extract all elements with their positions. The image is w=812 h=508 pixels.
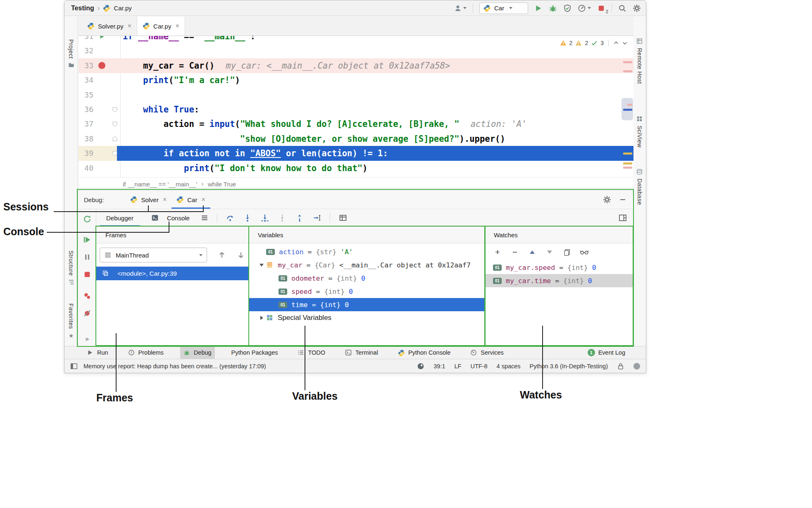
minimize-icon[interactable] [619,196,626,203]
move-up-icon[interactable] [528,250,537,254]
code-line-35[interactable]: 35 [79,88,633,103]
interpreter[interactable]: Python 3.6 (In-Depth-Testing) [530,363,608,370]
editor-tab-car-py[interactable]: Car.py× [137,17,185,36]
code-editor[interactable]: 31if __name__ == '__main__':3233my_car =… [79,36,633,177]
code-line-40[interactable]: 40print("I don't know how to do that") [79,161,633,176]
pause-icon[interactable] [83,253,91,261]
view-breakpoints-icon[interactable] [83,292,91,300]
breakpoint-icon[interactable] [97,58,107,73]
settings-gear-icon[interactable] [633,4,641,12]
notifications-icon[interactable] [633,363,640,370]
toolwindow-button-problems[interactable]: Problems [125,346,167,359]
watch-row-my-car-time[interactable]: 01my_car.time = {int} 0 [485,274,633,287]
variable-row-special-variables[interactable]: Special Variables [249,311,484,324]
chevron-down-icon[interactable] [622,40,628,46]
breadcrumb-file[interactable]: Car.py [114,5,131,12]
tool-button-remote-host[interactable]: Remote Host [633,38,646,84]
user-icon[interactable] [454,5,467,12]
tool-button-favorites[interactable]: Favorites ★ [64,303,78,339]
watch-row-my-car-speed[interactable]: 01my_car.speed = {int} 0 [485,261,633,274]
debug-button[interactable] [549,4,557,12]
code-line-38[interactable]: 38"show [O]dometer, or show average [S]p… [79,131,633,146]
toolwindow-button-todo[interactable]: TODO [294,346,329,359]
code-line-33[interactable]: 33my_car = Car()my_car: <__main__.Car ob… [79,58,633,73]
thread-selector[interactable]: MainThread [100,248,207,262]
profiler-button[interactable] [578,4,591,12]
stop-button[interactable]: 2 [597,4,605,12]
collapse-icon[interactable] [257,264,266,267]
more-actions-icon[interactable]: » [83,335,91,343]
close-tab-icon[interactable]: × [128,22,131,30]
next-frame-icon[interactable] [237,251,245,259]
variable-row-my-car[interactable]: my_car = {Car} <__main__.Car object at 0… [249,258,484,272]
fold-marker-icon[interactable] [112,102,117,117]
run-arrow-icon[interactable] [97,36,107,44]
expand-icon[interactable] [257,316,266,320]
code-line-34[interactable]: 34print("I'm a car!") [79,73,633,88]
breadcrumb-item[interactable]: while True [208,181,236,188]
show-watches-icon[interactable] [580,249,589,255]
code-line-36[interactable]: 36while True: [79,102,633,117]
line-separator[interactable]: LF [455,363,462,370]
toolwindow-button-python-packages[interactable]: Python Packages [228,346,281,359]
inspections-widget[interactable]: 2 2 3 [560,40,628,46]
toolwindow-button-services[interactable]: Services [467,346,507,359]
close-icon[interactable]: × [163,196,167,203]
force-step-into-icon[interactable] [278,214,286,222]
tool-button-sciview[interactable]: SciView [633,116,646,148]
close-icon[interactable]: × [201,196,205,203]
lock-icon[interactable] [617,363,624,370]
variable-row-odometer[interactable]: 01odometer = {int} 0 [249,272,484,285]
variable-row-action[interactable]: 01action = {str} 'A' [249,245,484,258]
session-tab-car[interactable]: Car × [171,191,210,209]
debug-settings-gear-icon[interactable] [603,196,611,204]
variable-row-time[interactable]: 01time = {int} 0 [249,298,484,311]
indent-style[interactable]: 4 spaces [497,363,521,370]
tool-button-structure[interactable]: Structure [64,250,78,286]
duplicate-watch-icon[interactable] [562,249,571,256]
rerun-icon[interactable] [83,215,91,223]
file-encoding[interactable]: UTF-8 [470,363,487,370]
toolwindow-button-terminal[interactable]: Terminal [342,346,381,359]
code-line-31[interactable]: 31if __name__ == '__main__': [79,36,633,44]
step-into-my-code-icon[interactable] [261,214,269,222]
breadcrumb-item[interactable]: if __name__ == '__main__' [123,181,197,188]
status-message[interactable]: Memory use report: Heap dump has been cr… [83,363,266,370]
toolwindow-button-debug[interactable]: Debug [180,346,215,359]
hamburger-menu-icon[interactable] [201,214,208,222]
toolwindow-button-event-log[interactable]: 1Event Log [584,346,629,359]
code-line-37[interactable]: 37action = input("What should I do? [A]c… [79,117,633,131]
step-out-icon[interactable] [295,214,304,222]
run-button[interactable] [534,4,543,12]
toolwindow-toggle-icon[interactable] [70,363,78,370]
fold-marker-icon[interactable] [112,117,117,131]
add-watch-icon[interactable]: + [493,247,502,257]
close-tab-icon[interactable]: × [175,22,179,30]
restore-layout-icon[interactable] [619,214,627,222]
step-into-icon[interactable] [243,214,252,222]
editor-tab-solver-py[interactable]: Solver.py× [82,17,137,36]
tool-button-database[interactable]: Database [633,169,646,205]
tool-button-project[interactable]: Project [64,39,78,69]
prev-frame-icon[interactable] [218,251,226,259]
evaluate-table-icon[interactable] [339,214,347,222]
fold-marker-icon[interactable] [112,146,117,161]
toolwindow-button-run[interactable]: Run [83,346,112,359]
remove-watch-icon[interactable]: − [510,247,519,257]
step-over-icon[interactable] [226,214,234,222]
move-down-icon[interactable] [545,250,554,254]
variable-row-speed[interactable]: 01speed = {int} 0 [249,285,484,298]
mute-breakpoints-icon[interactable] [83,309,91,317]
breadcrumb-project[interactable]: Testing [71,5,94,12]
stop-icon[interactable] [83,270,91,279]
toolwindow-button-python-console[interactable]: Python Console [395,346,454,359]
chevron-up-icon[interactable] [613,40,619,46]
run-to-cursor-icon[interactable] [313,214,321,222]
frame-row[interactable]: <module>, Car.py:39 [96,267,248,280]
fold-marker-icon[interactable] [112,131,117,146]
caret-position[interactable]: 39:1 [433,363,445,370]
search-icon[interactable] [618,4,626,12]
code-line-39[interactable]: 39if action not in "ABOS" or len(action)… [79,146,633,161]
code-line-32[interactable]: 32 [79,43,633,58]
coverage-button[interactable] [563,4,571,12]
